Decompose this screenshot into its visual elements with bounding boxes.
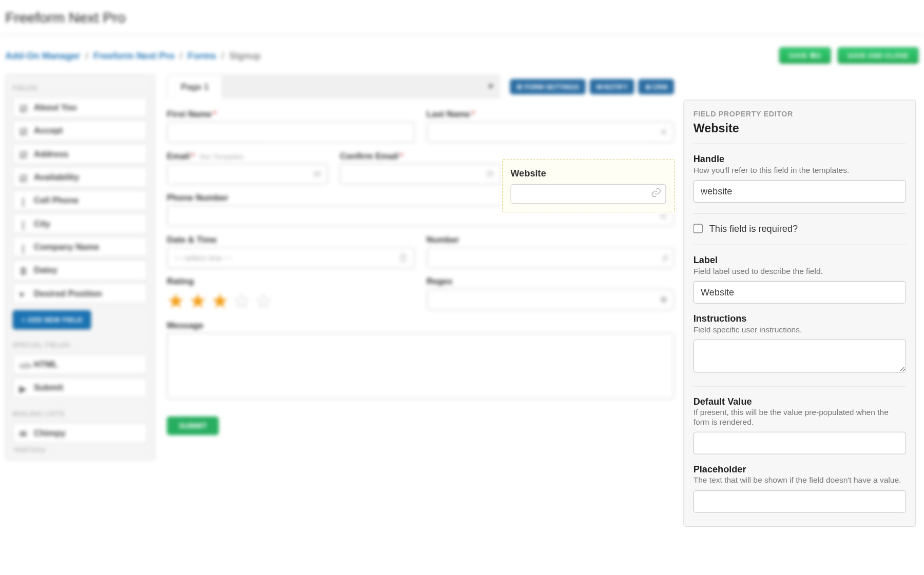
field-confirm-email[interactable]: Confirm Email* ⟳ <box>340 151 501 185</box>
default-input[interactable] <box>694 432 906 454</box>
breadcrumb: Add-On Manager / Freeform Next Pro / For… <box>5 50 261 61</box>
sidebar: FIELDS ☑About You ☑Accept ☑Address ☑Avai… <box>5 74 155 460</box>
sidebar-item-availability[interactable]: ☑Availability <box>13 167 148 187</box>
selected-field-website[interactable]: Website <box>502 160 675 213</box>
field-number[interactable]: Number # <box>427 234 674 268</box>
field-first-name[interactable]: First Name* <box>167 109 414 143</box>
link-icon <box>651 187 662 201</box>
selected-field-label: Website <box>511 168 666 179</box>
instructions-label: Instructions <box>694 313 906 324</box>
field-property-editor: FIELD PROPERTY EDITOR Website Handle How… <box>683 100 916 527</box>
sidebar-item-desired[interactable]: ▾Desired Position <box>13 283 148 304</box>
crm-button[interactable]: ⊕ CRM <box>639 78 674 94</box>
placeholder-label: Placeholder <box>694 464 906 474</box>
label-label: Label <box>694 254 906 265</box>
star-icon[interactable]: ☆ <box>255 289 273 312</box>
field-email[interactable]: Email*Rec Templates ✉ <box>167 151 328 185</box>
notify-button[interactable]: ✉ NOTIFY <box>590 78 634 94</box>
required-checkbox[interactable] <box>694 224 703 233</box>
breadcrumb-current: Signup <box>229 50 260 61</box>
placeholder-input[interactable] <box>694 490 906 513</box>
sidebar-item-submit[interactable]: ▶Submit <box>13 378 148 398</box>
breadcrumb-addon-manager[interactable]: Add-On Manager <box>5 50 80 61</box>
sidebar-item-chimpy[interactable]: ✉Chimpy <box>13 423 148 443</box>
star-icon[interactable]: ☆ <box>233 289 251 312</box>
sidebar-head-special: SPECIAL FIELDS <box>13 342 148 349</box>
add-tab-icon[interactable]: + <box>488 80 494 92</box>
star-icon[interactable]: ★ <box>189 289 207 312</box>
default-label: Default Value <box>694 396 906 407</box>
sidebar-head-fields: FIELDS <box>13 84 148 91</box>
form-settings-button[interactable]: ⚙ FORM SETTINGS <box>510 78 586 94</box>
sidebar-item-cell-phone[interactable]: ❘Cell Phone <box>13 190 148 210</box>
form-canvas: Page 1 + ⚙ FORM SETTINGS ✉ NOTIFY ⊕ CRM … <box>167 74 674 460</box>
calendar-icon: 🗓 <box>398 252 408 263</box>
field-rating[interactable]: Rating ★ ★ ★ ☆ ☆ <box>167 276 414 312</box>
refresh-icon: ⟳ <box>486 168 495 180</box>
handle-input[interactable] <box>694 180 906 203</box>
field-regex[interactable]: Regex ✱ <box>427 276 674 312</box>
mail-icon: ✉ <box>313 168 322 180</box>
save-close-button[interactable]: SAVE AND CLOSE <box>838 47 919 64</box>
editor-title: Website <box>694 122 906 144</box>
star-icon[interactable]: ★ <box>167 289 185 312</box>
close-icon: ✕ <box>660 126 668 138</box>
instructions-input[interactable] <box>694 340 906 373</box>
asterisk-icon: ✱ <box>660 293 668 305</box>
save-button[interactable]: SAVE ⌘S <box>779 47 831 64</box>
field-message[interactable]: Message <box>167 320 674 399</box>
add-field-button[interactable]: + ADD NEW FIELD <box>13 310 91 330</box>
sidebar-item-address[interactable]: ☑Address <box>13 144 148 164</box>
required-checkbox-row[interactable]: This field is required? <box>694 223 906 234</box>
sidebar-item-about-you[interactable]: ☑About You <box>13 97 148 117</box>
app-title: Freeform Next Pro <box>0 0 924 34</box>
sidebar-item-company[interactable]: ❘Company Name <box>13 236 148 257</box>
tab-page1[interactable]: Page 1 <box>167 74 223 98</box>
field-last-name[interactable]: Last Name* ✕ <box>427 109 674 143</box>
hash-icon: # <box>663 252 668 263</box>
handle-help: How you'll refer to this field in the te… <box>694 165 906 174</box>
breadcrumb-forms[interactable]: Forms <box>188 50 216 61</box>
sidebar-item-datey[interactable]: 🗓Datey <box>13 260 148 280</box>
handle-label: Handle <box>694 153 906 164</box>
star-icon[interactable]: ★ <box>211 289 229 312</box>
sidebar-head-mailing: MAILING LISTS <box>13 410 148 417</box>
sidebar-item-html[interactable]: </>HTML <box>13 354 148 374</box>
editor-head: FIELD PROPERTY EDITOR <box>694 110 906 118</box>
sidebar-item-city[interactable]: ❘City <box>13 213 148 234</box>
label-input[interactable] <box>694 281 906 304</box>
breadcrumb-product[interactable]: Freeform Next Pro <box>93 50 175 61</box>
selected-field-input[interactable] <box>511 184 666 204</box>
instructions-help: Field specific user instructions. <box>694 325 906 334</box>
placeholder-help: The text that will be shown if the field… <box>694 475 906 485</box>
field-datetime[interactable]: Date & Time ----select one----🗓 <box>167 234 414 268</box>
submit-button[interactable]: SUBMIT <box>167 417 219 435</box>
default-help: If present, this will be the value pre-p… <box>694 408 906 426</box>
sidebar-item-accept[interactable]: ☑Accept <box>13 120 148 141</box>
label-help: Field label used to describe the field. <box>694 266 906 275</box>
